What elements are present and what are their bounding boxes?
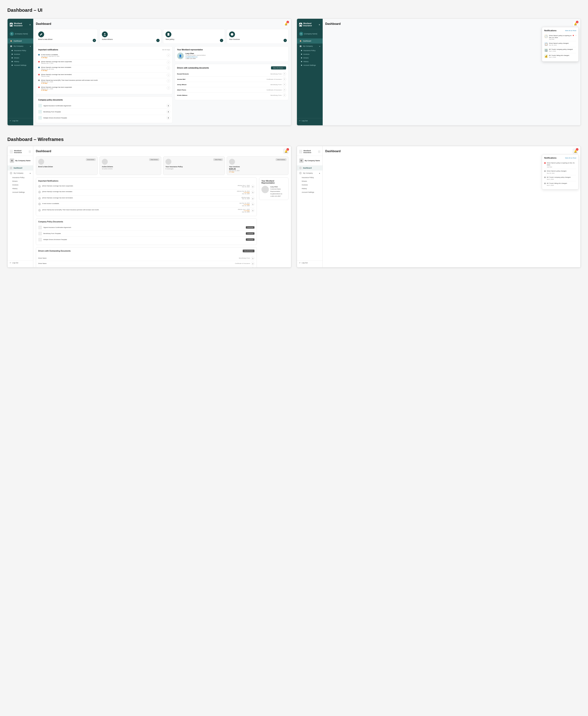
dollar-icon: 💰 (544, 55, 548, 58)
wf-nav-insurance-policy[interactable]: Insurance Policy (297, 176, 322, 179)
download-button[interactable]: ⬇ (166, 116, 170, 120)
wf-right-bell[interactable]: 🔔 1 (573, 149, 578, 154)
nav-account-settings[interactable]: Account Settings (7, 63, 33, 67)
wf-enrol-button[interactable]: Enrol Driver (86, 158, 96, 161)
ui-right-panel: Westland Insurance ⊞ C [Company Name] 🏠 … (297, 19, 581, 126)
wf-chevron-icon: ▲ (29, 172, 31, 174)
wf-nav-history[interactable]: History (7, 187, 33, 190)
wf-notif-arrow[interactable]: › (251, 191, 254, 194)
wf-logo-icon (299, 150, 302, 153)
notif-arrow-btn[interactable]: › (167, 86, 170, 89)
wf-nav-my-company[interactable]: My Company ▲ (297, 171, 322, 176)
nav-insurance-policy[interactable]: Insurance Policy (7, 49, 33, 52)
grid-icon[interactable]: ⊞ (318, 23, 320, 26)
driver-action-btn[interactable]: + (283, 88, 286, 91)
driver-action-btn[interactable]: + (283, 83, 286, 86)
wf-notif-arrow[interactable]: › (251, 209, 254, 212)
notif-arrow-btn[interactable]: › (167, 54, 170, 57)
wf-view-invoices-button[interactable]: View Invoices (276, 158, 287, 161)
nav-my-company[interactable]: 🏢 My Company ▲ (297, 44, 323, 49)
wf-logout-button[interactable]: ↩ Log Out (7, 260, 33, 265)
wf-logo-text: Westland Insurance (303, 150, 317, 153)
wf-nav-my-company[interactable]: My Company ▲ (7, 171, 33, 176)
logout-button[interactable]: ↩ Log Out (10, 120, 18, 122)
nav-dashboard[interactable]: 🏠 Dashboard (7, 38, 33, 44)
wf-logo: Westland Insurance (7, 148, 33, 156)
nav-insurance-policy[interactable]: Insurance Policy (297, 49, 323, 52)
wf-driver-action[interactable]: › (251, 257, 254, 260)
wf-nav-invoices[interactable]: Invoices (297, 183, 322, 187)
notif-arrow-btn[interactable]: › (167, 79, 170, 83)
nav-invoices[interactable]: Invoices (7, 52, 33, 56)
nav-account-settings[interactable]: Account Settings (297, 63, 323, 67)
wf-notif-arrow[interactable]: › (251, 202, 254, 206)
notif-arrow-btn[interactable]: › (167, 66, 170, 70)
wf-drivers-section: Drivers with Outstanding Documents View … (36, 247, 257, 267)
popup-arrow-icon[interactable]: › (576, 35, 576, 36)
driver-action-btn[interactable]: + (283, 78, 286, 81)
notif-content: A new invoice is available. Due Jan 31, … (41, 54, 165, 58)
grid-icon[interactable]: ⊞ (29, 23, 31, 26)
download-button[interactable]: ⬇ (166, 104, 170, 108)
wf-grid-icon[interactable] (318, 150, 320, 153)
download-button[interactable]: ⬇ (166, 110, 170, 113)
driver-action-btn[interactable]: + (283, 93, 286, 97)
nav-invoices[interactable]: Invoices (297, 52, 323, 56)
wf-notif-date2: Dec 15, 2024 (238, 211, 250, 213)
notif-arrow-btn[interactable]: › (167, 61, 170, 64)
card-action-btn[interactable]: → (220, 39, 223, 42)
wf-grid-icon[interactable] (29, 150, 31, 153)
wf-right-logout[interactable]: ↩ Log Out (297, 260, 322, 265)
wf-nav-insurance-policy[interactable]: Insurance Policy (7, 176, 33, 179)
nav-label: My Company (303, 45, 313, 47)
logout-button[interactable]: ↩ Log Out (299, 120, 308, 122)
card-action-btn[interactable]: + (93, 39, 96, 42)
wf-nav-history[interactable]: History (297, 187, 322, 190)
chevron-up-icon: ▲ (319, 45, 320, 47)
dashboard-title: Dashboard (36, 22, 51, 25)
nav-history[interactable]: History (297, 60, 323, 63)
wf-driver-action[interactable]: › (251, 267, 254, 267)
notification-bell[interactable]: 🔔 1 (284, 21, 289, 26)
wf-download-button[interactable]: Download (246, 226, 254, 229)
wf-view-drivers-button[interactable]: View Drivers (149, 158, 159, 161)
popup-notification-item: 🏢 BC Trucks' company policy changed. Nov… (544, 47, 576, 53)
wf-nav-dashboard[interactable]: Dashboard (297, 166, 322, 171)
popup-notif-date: Just Now (549, 39, 572, 40)
wf-driver-row: Driver Name Beneficiary Form › (38, 256, 254, 261)
wf-nav-drivers[interactable]: Drivers (7, 179, 33, 183)
wf-download-button[interactable]: Download (246, 238, 254, 241)
wf-nav-account-settings[interactable]: Account Settings (297, 190, 322, 194)
wf-invoice-amount: $184.25 (229, 168, 286, 170)
wf-notif-arrow[interactable]: › (251, 185, 254, 188)
wf-notif-date: effective Jan 1, 2025 (238, 209, 250, 210)
mark-all-read-button[interactable]: Mark All as Read (565, 30, 576, 31)
nav-history[interactable]: History (7, 60, 33, 63)
wf-notification-bell[interactable]: 🔔 1 (284, 149, 289, 154)
wf-download-button[interactable]: Download (246, 232, 254, 235)
driver-action-btn[interactable]: + (283, 72, 286, 75)
notif-arrow-btn[interactable]: › (167, 73, 170, 77)
wf-mark-all-read-button[interactable]: Mark All as Read (565, 157, 576, 159)
view-all-label: View All Drivers (273, 67, 283, 69)
wf-notif-arrow[interactable]: › (251, 197, 254, 200)
wf-notif-text: [Driver Name]'s coverage has been termin… (42, 197, 240, 199)
nav-drivers[interactable]: Drivers (7, 56, 33, 60)
nav-my-company[interactable]: 🏢 My Company ▲ (7, 44, 33, 49)
wf-nav-drivers[interactable]: Drivers (297, 179, 322, 183)
view-all-drivers-button[interactable]: View All Drivers › (271, 66, 286, 69)
wf-view-policy-button[interactable]: View Policy (213, 158, 223, 161)
wf-view-all-drivers-button[interactable]: View All Drivers (243, 249, 255, 252)
unread-indicator (573, 35, 574, 36)
main-header: Dashboard 🔔 1 (325, 21, 578, 26)
wf-driver-action[interactable]: › (251, 262, 254, 265)
nav-dashboard[interactable]: 🏠 Dashboard (297, 38, 323, 44)
wf-logo-icon (10, 150, 13, 153)
wf-nav-dashboard[interactable]: Dashboard (7, 166, 33, 171)
card-action-btn[interactable]: → (156, 39, 160, 42)
notification-bell[interactable]: 🔔 1 (573, 21, 578, 26)
wf-nav-invoices[interactable]: Invoices (7, 183, 33, 187)
wf-nav-account-settings[interactable]: Account Settings (7, 190, 33, 194)
card-action-btn[interactable]: → (284, 39, 287, 42)
nav-drivers[interactable]: Drivers (297, 56, 323, 60)
